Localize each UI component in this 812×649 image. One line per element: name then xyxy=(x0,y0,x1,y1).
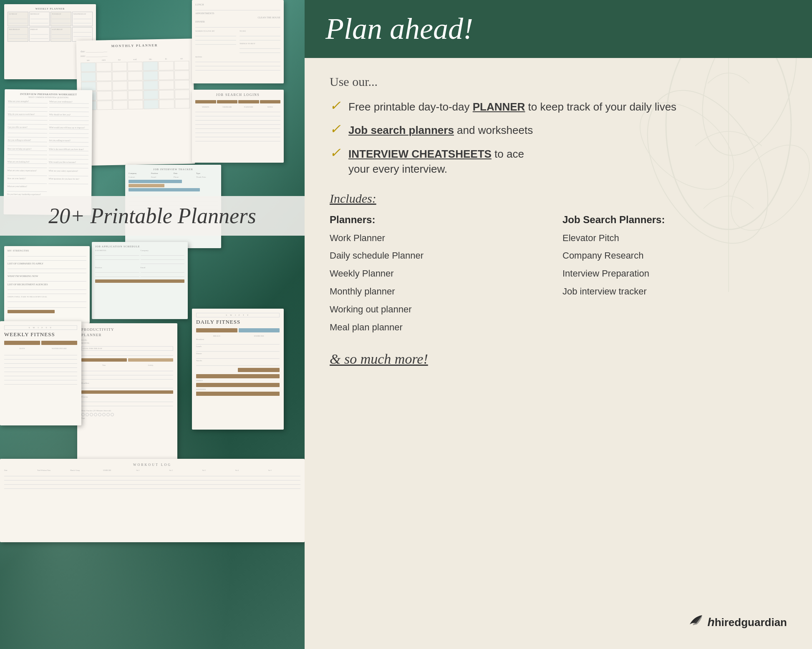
checkmark-2: ✓ xyxy=(330,121,341,137)
interview-prep-title: INTERVIEW PREPARATION WORKSHEET xyxy=(8,93,89,96)
logo-text: hhiredguardian xyxy=(708,616,787,629)
job-search-item-2: Company Research xyxy=(562,249,787,262)
check-text-2: Job search planners and worksheets xyxy=(348,123,533,138)
swot-card: MY STRENGTHS LIST OF COMPANIES TO APPLY … xyxy=(4,246,90,323)
monthly-planner-title: MONTHLY PLANNER xyxy=(81,43,189,49)
planner-item-2: Daily schedule Planner xyxy=(330,249,554,262)
right-header: Plan ahead! xyxy=(305,0,812,58)
header-title: Plan ahead! xyxy=(325,12,791,46)
check-item-3: ✓ INTERVIEW CHEATSHEETS to aceyour every… xyxy=(330,146,787,177)
logo-brand-name: hiredguardian xyxy=(715,616,787,629)
workout-log-card: WORKOUT LOG Date Total Workout Time Musc… xyxy=(0,459,305,542)
checkmark-3: ✓ xyxy=(330,145,341,161)
left-panel: WEEKLY PLANNER SUNDAY MONDAY TUESDAY WED… xyxy=(0,0,305,649)
monthly-planner-card: MONTHLY PLANNER date: _________________ … xyxy=(76,39,195,166)
check-text-3: INTERVIEW CHEATSHEETS to aceyour every i… xyxy=(348,146,524,177)
weekly-fitness-title: WEEKLY FITNESS xyxy=(4,331,77,338)
productivity-title: PRODUCTIVITY xyxy=(81,327,173,332)
planner-item-6: Meal plan planner xyxy=(330,321,554,334)
job-search-column: Job Search Planners: Elevator Pitch Comp… xyxy=(562,214,787,339)
check-item-1: ✓ Free printable day-to-day PLANNER to k… xyxy=(330,99,787,114)
logo-area: hhiredguardian xyxy=(688,612,787,632)
planner-item-4: Monthly planner xyxy=(330,285,554,298)
planners-column: Planners: Work Planner Daily schedule Pl… xyxy=(330,214,554,339)
logo-wing-icon xyxy=(688,612,704,632)
productivity-planner-card: PRODUCTIVITY PLANNER DATE: MONTH: GOAL F… xyxy=(77,323,177,461)
logo-brand-bold: h xyxy=(708,616,715,629)
check-text-1: Free printable day-to-day PLANNER to kee… xyxy=(348,99,676,114)
includes-columns: Planners: Work Planner Daily schedule Pl… xyxy=(330,214,787,339)
job-search-logins-card: JOB SEARCH LOGINS WEBSITE USERNAME PASSW… xyxy=(192,90,284,163)
weekly-fitness-card: S W I F T Y WEEKLY FITNESS DAYS WATER IN… xyxy=(0,321,81,425)
job-search-bold: Job search planners xyxy=(348,124,454,136)
includes-title: Includes: xyxy=(330,191,787,206)
more-text: & so much more! xyxy=(330,351,787,367)
overlay-text-container: 20+ Printable Planners xyxy=(0,196,305,236)
daily-planner-card-top: LUNCH APPOINTMENTS CLEAN THE HOUSE DINNE… xyxy=(192,0,284,83)
planner-item-5: Working out planner xyxy=(330,303,554,316)
planner-item-1: Work Planner xyxy=(330,232,554,245)
planners-header: Planners: xyxy=(330,214,554,226)
job-app-schedule-card: JOB APPLICATION SCHEDULE FAVORITES Compa… xyxy=(92,242,188,319)
interview-cheatsheets-bold: INTERVIEW CHEATSHEETS xyxy=(348,148,492,160)
job-search-item-1: Elevator Pitch xyxy=(562,232,787,245)
daily-fitness-title: DAILY FITNESS xyxy=(196,319,280,325)
checkmark-1: ✓ xyxy=(330,98,341,113)
job-search-item-3: Interview Preparation xyxy=(562,267,787,280)
job-search-header: Job Search Planners: xyxy=(562,214,787,226)
planner-bold: PLANNER xyxy=(473,101,525,113)
overlay-main-text: 20+ Printable Planners xyxy=(13,204,292,228)
use-our-label: Use our... xyxy=(330,75,787,89)
right-content: Use our... ✓ Free printable day-to-day P… xyxy=(305,58,812,384)
planner-item-3: Weekly Planner xyxy=(330,267,554,280)
daily-fitness-card: S W I F T Y DAILY FITNESS MEALS EXERCISE… xyxy=(192,309,284,430)
right-panel: Plan ahead! Use our... ✓ Free printable … xyxy=(305,0,812,649)
check-item-2: ✓ Job search planners and worksheets xyxy=(330,123,787,138)
check-items-list: ✓ Free printable day-to-day PLANNER to k… xyxy=(330,99,787,177)
workout-log-title: WORKOUT LOG xyxy=(4,463,300,467)
job-search-item-4: Job interview tracker xyxy=(562,285,787,298)
